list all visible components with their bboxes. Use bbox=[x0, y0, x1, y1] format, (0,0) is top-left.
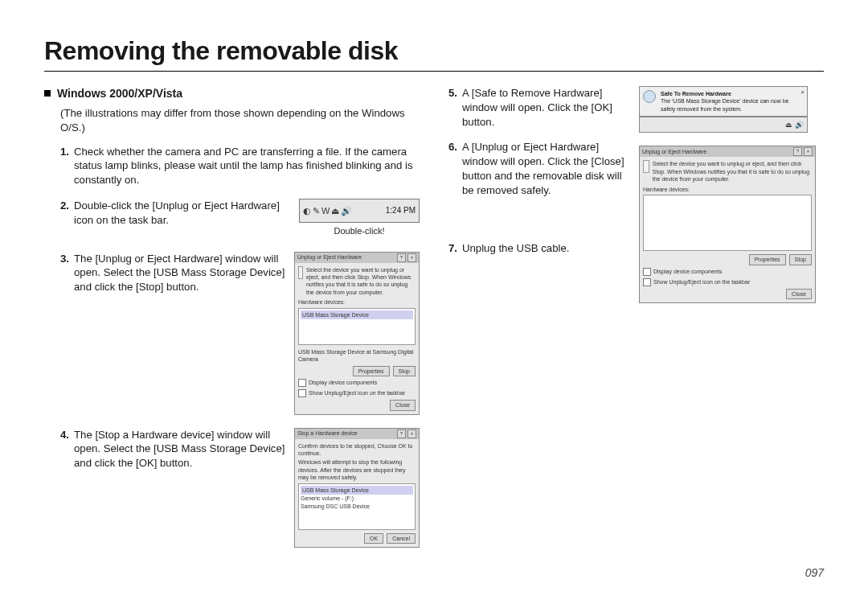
step-number: 2. bbox=[60, 199, 69, 228]
device-listbox[interactable]: USB Mass Storage Device Generic volume -… bbox=[298, 483, 416, 530]
step-text: The [Unplug or Eject Hardware] window wi… bbox=[74, 252, 286, 294]
help-button[interactable]: ? bbox=[397, 429, 406, 438]
tray-eject-icon[interactable]: ⏏ bbox=[331, 205, 339, 217]
checkbox[interactable] bbox=[643, 268, 651, 276]
checkbox[interactable] bbox=[643, 278, 651, 286]
step-7: 7. Unplug the USB cable. bbox=[448, 241, 629, 256]
checkbox-label: Display device components bbox=[653, 268, 722, 275]
step-text: The [Stop a Hardware device] window will… bbox=[74, 428, 286, 471]
step-number: 5. bbox=[448, 86, 457, 129]
step-text: A [Unplug or Eject Hardware] window will… bbox=[462, 140, 629, 197]
unplug-hardware-dialog: Unplug or Eject Hardware ?× Select the d… bbox=[639, 146, 816, 303]
list-label: Hardware devices: bbox=[298, 298, 416, 306]
right-column: 5. A [Safe to Remove Hardware] window wi… bbox=[448, 86, 824, 561]
help-button[interactable]: ? bbox=[793, 147, 802, 156]
tray-icon: W bbox=[321, 205, 330, 217]
step-number: 6. bbox=[448, 140, 457, 197]
dialog-icon bbox=[298, 266, 303, 279]
step-number: 7. bbox=[448, 241, 457, 256]
dialog-hint: Select the device you want to unplug or … bbox=[653, 160, 812, 183]
step-text: Double-click the [Unplug or Eject Hardwa… bbox=[74, 199, 291, 228]
dialog-hint: Windows will attempt to stop the followi… bbox=[298, 458, 416, 481]
tray-clock: 1:24 PM bbox=[386, 205, 416, 216]
cancel-button[interactable]: Cancel bbox=[387, 533, 416, 544]
device-listbox[interactable] bbox=[643, 195, 812, 251]
tray-caption: Double-click! bbox=[299, 225, 420, 237]
dialog-hint: Select the device you want to unplug or … bbox=[306, 266, 416, 297]
dialog-title: Stop a Hardware device bbox=[297, 429, 358, 437]
dialog-title: Unplug or Eject Hardware bbox=[297, 253, 362, 261]
tray-icon: ✎ bbox=[313, 205, 320, 217]
close-button[interactable]: Close bbox=[390, 400, 416, 410]
step-text: Unplug the USB cable. bbox=[462, 241, 629, 256]
tray-eject-icon[interactable]: ⏏ bbox=[785, 120, 792, 129]
section-subhead: Windows 2000/XP/Vista bbox=[44, 86, 420, 101]
checkbox-label: Show Unplug/Eject icon on the taskbar bbox=[653, 278, 750, 286]
bullet-icon bbox=[44, 90, 51, 97]
close-button[interactable]: Close bbox=[786, 289, 812, 299]
step-2: 2. Double-click the [Unplug or Eject Har… bbox=[60, 199, 291, 228]
step-6: 6. A [Unplug or Eject Hardware] window w… bbox=[448, 140, 629, 197]
dialog-hint: Confirm devices to be stopped, Choose OK… bbox=[298, 442, 416, 458]
list-item[interactable]: USB Mass Storage Device bbox=[301, 486, 413, 495]
step-number: 4. bbox=[60, 428, 69, 471]
device-sublabel: USB Mass Storage Device at Samsung Digit… bbox=[298, 348, 416, 364]
left-column: Windows 2000/XP/Vista (The illustrations… bbox=[44, 86, 420, 561]
checkbox-label: Display device components bbox=[309, 379, 377, 386]
stop-hardware-dialog: Stop a Hardware device ?× Confirm device… bbox=[294, 428, 420, 549]
step-text: A [Safe to Remove Hardware] window will … bbox=[462, 86, 629, 129]
step-text: Check whether the camera and PC are tran… bbox=[74, 145, 420, 187]
tray-icon: 🔊 bbox=[341, 205, 352, 217]
help-button[interactable]: ? bbox=[397, 253, 406, 262]
ok-button[interactable]: OK bbox=[364, 533, 383, 544]
close-button[interactable]: × bbox=[407, 429, 416, 438]
page-number: 097 bbox=[805, 566, 824, 579]
stop-button[interactable]: Stop bbox=[393, 366, 416, 376]
page-title: Removing the removable disk bbox=[44, 36, 824, 66]
checkbox-label: Show Unplug/Eject icon on the taskbar bbox=[309, 389, 405, 397]
taskbar-figure: ◐ ✎ W ⏏ 🔊 1:24 PM Double-click! bbox=[299, 199, 420, 237]
tray-icon: ◐ bbox=[303, 205, 311, 217]
checkbox[interactable] bbox=[298, 379, 306, 387]
step-number: 3. bbox=[60, 252, 69, 294]
unplug-hardware-dialog: Unplug or Eject Hardware ?× Select the d… bbox=[294, 252, 420, 415]
list-item[interactable]: USB Mass Storage Device bbox=[301, 310, 413, 319]
balloon-body: The 'USB Mass Storage Device' device can… bbox=[661, 97, 804, 113]
stop-button[interactable]: Stop bbox=[789, 254, 812, 265]
device-listbox[interactable]: USB Mass Storage Device bbox=[298, 308, 416, 345]
subhead-text: Windows 2000/XP/Vista bbox=[57, 87, 182, 100]
dialog-icon bbox=[643, 160, 649, 173]
system-tray: ◐ ✎ W ⏏ 🔊 1:24 PM bbox=[299, 199, 420, 223]
close-icon[interactable]: × bbox=[800, 88, 805, 97]
safe-remove-figure: × Safe To Remove Hardware The 'USB Mass … bbox=[639, 86, 824, 133]
step-3: 3. The [Unplug or Eject Hardware] window… bbox=[60, 252, 286, 294]
close-button[interactable]: × bbox=[804, 147, 813, 156]
balloon-title: Safe To Remove Hardware bbox=[661, 90, 804, 97]
info-icon bbox=[643, 90, 656, 103]
list-label: Hardware devices: bbox=[643, 186, 812, 193]
step-1: 1. Check whether the camera and PC are t… bbox=[60, 145, 420, 187]
safe-remove-balloon: × Safe To Remove Hardware The 'USB Mass … bbox=[639, 86, 808, 117]
close-button[interactable]: × bbox=[407, 253, 416, 262]
step-5: 5. A [Safe to Remove Hardware] window wi… bbox=[448, 86, 629, 129]
step-4: 4. The [Stop a Hardware device] window w… bbox=[60, 428, 286, 471]
list-item[interactable]: Samsung DSC USB Device bbox=[301, 503, 413, 510]
tray-icon: 🔊 bbox=[795, 120, 804, 129]
step-number: 1. bbox=[60, 145, 69, 187]
properties-button[interactable]: Properties bbox=[749, 254, 786, 265]
checkbox[interactable] bbox=[298, 389, 306, 397]
os-note: (The illustrations may differ from those… bbox=[60, 106, 420, 135]
title-rule bbox=[44, 71, 824, 72]
dialog-title: Unplug or Eject Hardware bbox=[642, 148, 706, 155]
properties-button[interactable]: Properties bbox=[353, 366, 390, 376]
system-tray: ⏏ 🔊 bbox=[639, 117, 808, 133]
list-item[interactable]: Generic volume - (F:) bbox=[301, 495, 413, 502]
